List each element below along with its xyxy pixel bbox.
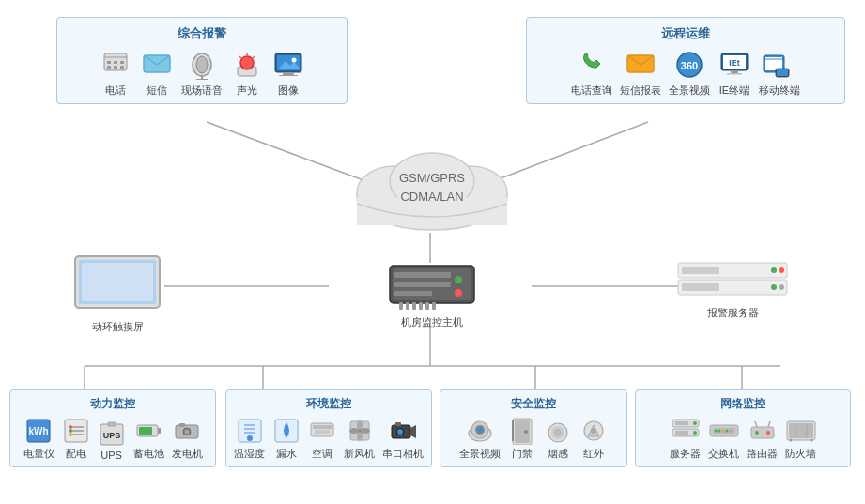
remote-ops-title: 远程运维 — [536, 25, 835, 42]
svg-rect-153 — [789, 423, 813, 438]
distribution-icon — [62, 417, 90, 445]
fan-icon — [346, 417, 374, 445]
svg-point-78 — [779, 284, 784, 290]
distribution-label: 配电 — [66, 447, 86, 461]
svg-text:360: 360 — [681, 60, 698, 71]
svg-point-77 — [771, 284, 777, 290]
server-rack-icon — [676, 261, 789, 303]
svg-point-142 — [714, 430, 717, 433]
dome-cam-icon — [466, 417, 494, 445]
panorama-icon-item: 360 全景视频 — [669, 48, 710, 98]
image-icon-item: 图像 — [271, 48, 305, 98]
comprehensive-alarm-title: 综合报警 — [67, 25, 337, 42]
svg-rect-51 — [777, 69, 788, 76]
svg-point-62 — [455, 276, 462, 283]
svg-point-34 — [292, 58, 297, 63]
voice-icon — [185, 48, 219, 82]
svg-point-136 — [693, 421, 697, 425]
svg-point-89 — [69, 433, 72, 436]
switch-icon-item: 交换机 — [708, 417, 739, 461]
svg-rect-45 — [731, 70, 738, 73]
phone-query-icon — [575, 48, 609, 82]
environment-monitor-box: 环境监控 温湿度 — [225, 389, 432, 467]
phone-icon-item: 电话 — [99, 48, 132, 98]
phone-query-icon-item: 电话查询 — [571, 48, 612, 98]
phone-query-label: 电话查询 — [571, 84, 612, 98]
svg-text:kWh: kWh — [28, 426, 48, 436]
svg-point-145 — [725, 430, 728, 433]
firewall-icon-item: 防火墙 — [785, 417, 816, 461]
svg-point-131 — [554, 429, 562, 436]
security-icons: 全景视频 门禁 — [448, 417, 619, 461]
svg-point-114 — [357, 432, 363, 441]
svg-rect-15 — [120, 61, 124, 64]
alarm-server-label: 报警服务器 — [667, 306, 798, 320]
svg-point-87 — [69, 425, 72, 429]
svg-rect-139 — [675, 431, 688, 435]
meter-label: 电量仪 — [23, 447, 54, 461]
panorama-label: 全景视频 — [669, 84, 710, 98]
svg-rect-80 — [682, 283, 719, 291]
fan-label: 新风机 — [344, 447, 375, 461]
svg-rect-64 — [399, 302, 403, 310]
center-device: 机房监控主机 — [366, 261, 498, 329]
thermo-label: 温湿度 — [234, 447, 265, 461]
comprehensive-alarm-box: 综合报警 电话 — [56, 17, 348, 104]
firewall-icon — [786, 417, 816, 445]
power-icons: kWh 电量仪 配电 — [18, 417, 208, 461]
thermo-icon — [236, 417, 264, 445]
controller-icon — [385, 261, 479, 313]
touchscreen-label: 动环触摸屏 — [56, 320, 178, 334]
remote-ops-box: 远程运维 电话查询 短信 — [526, 17, 845, 104]
svg-point-127 — [524, 430, 528, 434]
generator-icon — [173, 417, 201, 445]
voice-label: 现场语音 — [181, 84, 223, 98]
alarm-icons: 电话 短信 — [67, 48, 337, 98]
svg-point-144 — [721, 430, 724, 433]
network-icons: 服务器 交换机 — [643, 417, 842, 461]
svg-point-150 — [755, 431, 759, 435]
dome-cam-label: 全景视频 — [459, 447, 501, 461]
sms-report-icon — [624, 48, 657, 82]
door-label: 门禁 — [512, 447, 533, 461]
svg-line-29 — [239, 56, 241, 58]
svg-rect-79 — [682, 267, 719, 274]
svg-point-98 — [185, 430, 189, 434]
door-icon — [508, 417, 536, 445]
remote-icons: 电话查询 短信报表 360 — [536, 48, 835, 98]
alarm-light-icon-item: 声光 — [230, 48, 264, 98]
diagram: 综合报警 电话 — [0, 0, 865, 504]
svg-rect-91 — [108, 422, 116, 426]
svg-text:IEt: IEt — [729, 58, 740, 68]
mobile-terminal-icon-item: 移动终端 — [759, 48, 800, 98]
svg-rect-16 — [107, 66, 111, 69]
phone-label: 电话 — [105, 84, 126, 98]
svg-line-148 — [755, 421, 757, 427]
ie-terminal-label: IE终端 — [719, 84, 749, 98]
distribution-icon-item: 配电 — [62, 417, 90, 461]
water-icon — [272, 417, 301, 445]
battery-label: 蓄电池 — [133, 447, 164, 461]
touch-screen-device: 动环触摸屏 — [56, 252, 178, 334]
security-monitor-title: 安全监控 — [448, 396, 619, 412]
svg-rect-60 — [394, 282, 451, 287]
sms-icon — [140, 48, 174, 82]
sms-report-label: 短信报表 — [620, 84, 661, 98]
svg-point-137 — [693, 431, 697, 435]
svg-point-151 — [766, 431, 770, 435]
svg-rect-107 — [313, 425, 332, 429]
fan-icon-item: 新风机 — [344, 417, 375, 461]
svg-rect-13 — [107, 61, 111, 64]
cloud-text-line1: GSM/GPRS — [338, 169, 526, 188]
water-icon-item: 漏水 — [272, 417, 301, 461]
svg-rect-65 — [406, 302, 409, 310]
dome-cam-icon-item: 全景视频 — [459, 417, 501, 461]
server-label: 服务器 — [670, 447, 701, 461]
sms-report-icon-item: 短信报表 — [620, 48, 661, 98]
serial-camera-icon — [389, 417, 417, 445]
firewall-label: 防火墙 — [785, 447, 816, 461]
cloud-text-line2: CDMA/LAN — [338, 188, 526, 206]
center-device-label: 机房监控主机 — [366, 315, 498, 329]
ac-label: 空调 — [312, 447, 332, 461]
svg-line-30 — [253, 56, 255, 58]
